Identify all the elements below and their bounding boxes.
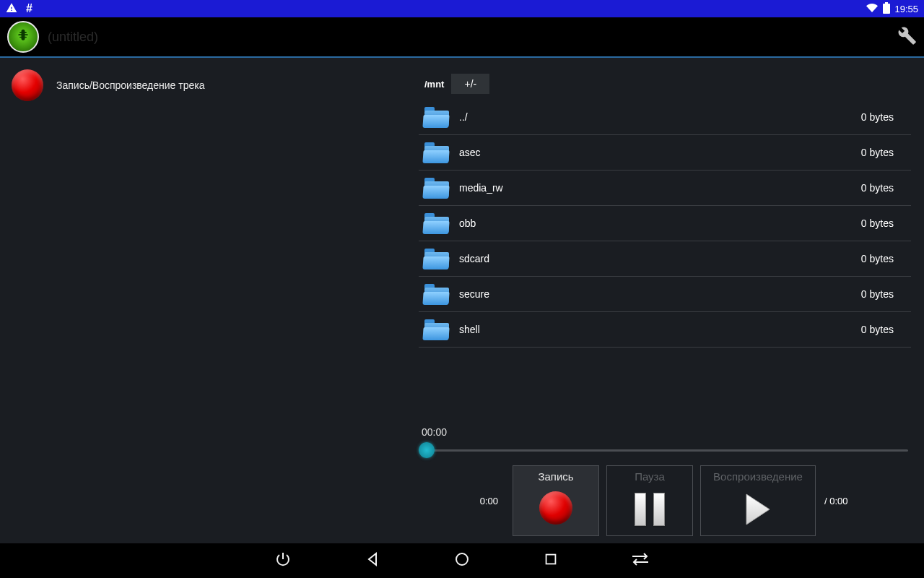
folder-icon — [423, 319, 450, 340]
folder-size: 0 bytes — [861, 147, 908, 158]
folder-icon — [423, 248, 450, 269]
svg-marker-2 — [746, 494, 770, 525]
record-indicator-row[interactable]: Запись/Воспроизведение трека — [12, 65, 407, 101]
warning-icon — [6, 2, 17, 16]
current-path: /mnt — [424, 79, 444, 90]
recent-apps-icon[interactable] — [543, 551, 559, 570]
folder-row[interactable]: obb0 bytes — [419, 206, 911, 241]
back-icon[interactable] — [364, 551, 381, 571]
play-button[interactable]: Воспроизведение — [700, 465, 816, 536]
left-panel: Запись/Воспроизведение трека — [0, 58, 419, 543]
folder-size: 0 bytes — [861, 253, 908, 264]
folder-size: 0 bytes — [861, 217, 908, 229]
folder-icon — [423, 212, 450, 234]
app-bar: (untitled) — [0, 17, 924, 58]
seek-thumb[interactable] — [419, 442, 435, 458]
home-icon[interactable] — [453, 551, 471, 571]
folder-name: secure — [459, 288, 489, 300]
folder-row[interactable]: secure0 bytes — [419, 277, 911, 312]
folder-size: 0 bytes — [861, 111, 908, 123]
pause-button-label: Пауза — [635, 470, 665, 483]
app-title: (untitled) — [48, 30, 98, 45]
folder-row[interactable]: media_rw0 bytes — [419, 171, 911, 206]
folder-icon — [423, 142, 450, 163]
player-panel: 00:00 0:00 Запись Пауза Воспроизведение — [419, 426, 911, 536]
folder-size: 0 bytes — [861, 324, 908, 335]
folder-name: media_rw — [459, 182, 503, 194]
folder-list: ../0 bytesasec0 bytesmedia_rw0 bytesobb0… — [419, 100, 911, 348]
play-button-label: Воспроизведение — [713, 470, 803, 483]
folder-name: ../ — [459, 111, 468, 123]
folder-row[interactable]: shell0 bytes — [419, 312, 911, 348]
folder-icon — [423, 177, 450, 199]
clock-text: 19:55 — [894, 4, 918, 14]
total-time: / 0:00 — [816, 496, 848, 506]
android-status-bar: # 19:55 — [0, 0, 924, 17]
folder-size: 0 bytes — [861, 182, 908, 194]
path-bar: /mnt +/- — [419, 65, 911, 100]
folder-name: obb — [459, 217, 476, 229]
path-toggle-button[interactable]: +/- — [451, 74, 489, 94]
svg-rect-4 — [546, 555, 556, 564]
folder-row[interactable]: ../0 bytes — [419, 100, 911, 135]
seek-time-label: 00:00 — [422, 426, 447, 438]
folder-icon — [423, 283, 450, 305]
wifi-icon — [866, 2, 879, 16]
settings-wrench-icon[interactable] — [897, 25, 917, 48]
folder-icon — [423, 106, 450, 128]
record-playback-label: Запись/Воспроизведение трека — [56, 79, 205, 91]
folder-size: 0 bytes — [861, 288, 908, 300]
battery-icon — [883, 2, 890, 16]
record-orb-icon — [539, 491, 572, 525]
folder-row[interactable]: asec0 bytes — [419, 135, 911, 171]
seek-track[interactable] — [422, 449, 908, 452]
folder-name: shell — [459, 324, 480, 335]
power-icon[interactable] — [274, 551, 292, 571]
svg-point-3 — [456, 553, 468, 565]
folder-name: asec — [459, 147, 481, 158]
android-nav-bar — [0, 543, 924, 578]
svg-rect-1 — [885, 2, 888, 4]
record-button-label: Запись — [538, 470, 573, 483]
record-orb-icon — [12, 69, 43, 101]
bug-icon — [16, 28, 30, 46]
swap-icon[interactable] — [631, 552, 650, 569]
folder-name: sdcard — [459, 253, 489, 264]
pause-button[interactable]: Пауза — [606, 465, 693, 536]
app-icon[interactable] — [7, 21, 39, 53]
pause-icon — [635, 493, 665, 526]
svg-rect-0 — [883, 4, 890, 14]
record-button[interactable]: Запись — [513, 465, 599, 536]
seek-bar[interactable]: 00:00 — [419, 426, 911, 462]
folder-row[interactable]: sdcard0 bytes — [419, 241, 911, 277]
play-icon — [742, 493, 774, 529]
hash-icon: # — [26, 2, 32, 15]
elapsed-time: 0:00 — [419, 496, 513, 506]
